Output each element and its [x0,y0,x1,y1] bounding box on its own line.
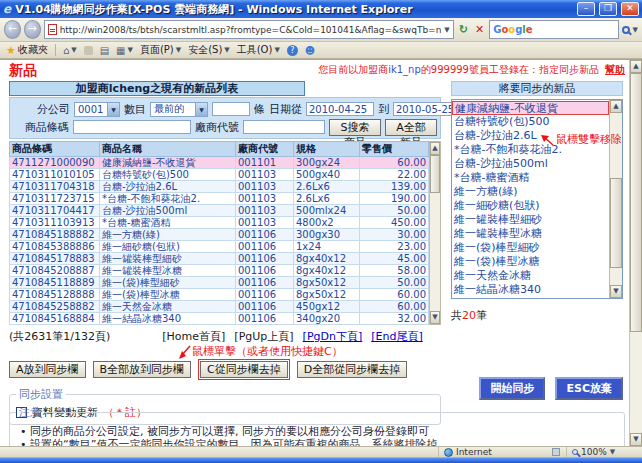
table-row[interactable]: 4710311103913 *台糖-糖蜜酒精 001103 4800x2 450… [10,217,429,229]
table-scroll-up-icon[interactable]: ▲ [430,142,440,155]
table-row[interactable]: 4711271000090 健康減納鹽-不收退貨 001101 300gx24 … [10,157,429,169]
zoom-control[interactable]: 100% ▼ [566,447,638,457]
sync-queue-item[interactable]: *台糖-糖蜜酒精 [452,171,609,185]
sync-queue-item[interactable]: 維一細砂糖(包狀) [452,199,609,213]
star-icon: ★ [6,44,16,57]
table-row[interactable]: 4710845388886 維一細砂糖(包狀) 001106 1x24 23.0… [10,241,429,253]
cell-price: 450.00 [360,217,429,229]
pgup-link[interactable]: [PgUp上頁] [234,329,293,344]
table-row[interactable]: 4710311704417 台糖-沙拉油500ml 001103 500mlx2… [10,205,429,217]
title-bar: e V1.04購物網同步作業[X-POS 雲端商務網] - Windows In… [0,0,642,18]
branch-select[interactable]: 0001 ▼ [74,102,120,117]
print-button[interactable]: ▦ ▼ [116,45,133,56]
help-link[interactable]: 幫助 [605,64,625,75]
sync-queue-item[interactable]: 維一(袋)棒型細砂 [452,241,609,255]
sync-count: 共20筆 [451,308,623,323]
search-products-button[interactable]: S搜索商品 [329,119,381,136]
sync-queue-item[interactable]: 維一天然金冰糖 [452,269,609,283]
zoom-caret-icon[interactable]: ▼ [610,448,615,456]
end-page-link[interactable]: [End尾頁] [371,329,423,344]
count-select[interactable]: 最前的 ▼ [150,102,208,117]
sync-queue-item[interactable]: 維一罐裝棒型細砂 [452,213,609,227]
cell-price: 139.00 [360,181,429,193]
sync-queue-item[interactable]: 台糖-沙拉油500ml [452,157,609,171]
esc-cancel-button[interactable]: ESC放棄 [555,377,623,400]
table-row[interactable]: 4710311704318 台糖-沙拉油2.6L 001103 2.6Lx6 1… [10,181,429,193]
table-row[interactable]: 4710845118889 維一(袋)棒型細砂 001106 8gx50x12 … [10,277,429,289]
home-button[interactable]: ⌂ ▼ [63,45,77,56]
page-scrollbar[interactable]: ▲ ▼ [629,60,642,446]
col-barcode: 商品條碼 [10,142,100,157]
table-scrollbar[interactable]: ▲ ▼ [429,141,441,325]
vendor-input[interactable] [243,120,325,134]
feed-icon[interactable] [84,46,93,55]
table-row[interactable]: 4710845188882 維一方糖(綠) 001106 300gx30 30.… [10,229,429,241]
sync-queue-item[interactable]: 維一罐裝棒型冰糖 [452,227,609,241]
address-bar-row: ← → http://win2008/ts/btsh/scarstmltl.as… [0,18,642,42]
help-menu-icon[interactable]: ? [287,45,298,56]
cell-name: 維一罐裝棒型細砂 [100,253,236,265]
login-user: ik1_np [388,64,421,75]
sync-queue-listbox[interactable]: 健康減納鹽-不收退貨 台糖特號砂(包)500 台糖-沙拉油2.6L *台糖-不飽… [451,99,623,299]
all-new-products-button[interactable]: A全部新品 [385,119,437,136]
table-row[interactable]: 4710311010105 台糖特號砂(包)500 001103 500gx40… [10,169,429,181]
table-row[interactable]: 4710845258882 維一天然金冰糖 001106 450gx12 60.… [10,301,429,313]
forward-button[interactable]: → [24,20,41,39]
sync-queue-item[interactable]: 維一(袋)棒型冰糖 [452,255,609,269]
maximize-button[interactable]: ❐ [599,2,617,16]
listbox-scroll-up-icon[interactable]: ▲ [610,100,622,113]
close-button[interactable]: ✕ [621,2,639,16]
security-zone: Internet [438,447,546,457]
refresh-button[interactable]: ↻ [457,23,470,36]
listbox-scroll-thumb[interactable] [610,178,622,267]
sync-button[interactable]: B全部放到同步欄 [93,361,192,378]
sync-queue-item[interactable]: 健康減納鹽-不收退貨 [452,101,609,115]
read-mail-icon[interactable]: ▤ [100,45,109,56]
date-from-input[interactable] [306,102,374,116]
table-row[interactable]: 4710845168884 維一結晶冰糖340 001106 340gx20 3… [10,313,429,325]
address-dropdown-icon[interactable]: ▼ [444,26,449,34]
page-scroll-thumb[interactable] [630,73,642,332]
address-box[interactable]: http://win2008/ts/btsh/scarstmltl.asp?fr… [44,20,454,39]
table-scroll-thumb[interactable] [430,155,440,193]
table-row[interactable]: 4710845128888 維一(袋)棒型冰糖 001106 8gx50x12 … [10,289,429,301]
sync-queue-item[interactable]: 維一方糖(綠) [452,185,609,199]
search-dropdown-icon[interactable]: ▼ [633,26,638,34]
search-icon[interactable] [622,26,629,34]
favorites-button[interactable]: ★ 收藏夾 [6,43,48,57]
notice-list: 同步的商品分公司設定, 被同步方可以選擇, 同步方的要以相應分公司身份登錄即可 … [16,425,618,446]
back-button[interactable]: ← [4,20,21,39]
table-row[interactable]: 4710845208887 維一罐裝棒型冰糖 001106 8gx40x12 5… [10,265,429,277]
tools-menu[interactable]: 工具(O) ▼ [237,43,280,57]
page-scroll-up-icon[interactable]: ▲ [630,60,642,73]
sync-button[interactable]: A放到同步欄 [9,361,86,378]
table-row[interactable]: 4710845178883 維一罐裝棒型細砂 001106 8gx40x12 4… [10,253,429,265]
sync-button-wrap: D全部從同步欄去掉 [297,361,407,378]
table-scroll-down-icon[interactable]: ▼ [430,311,440,324]
start-sync-button[interactable]: 開始同步 [479,377,545,400]
cell-price: 60.00 [360,157,429,169]
page-scroll-down-icon[interactable]: ▼ [630,433,642,446]
minimize-button[interactable]: – [577,2,595,16]
sync-button[interactable]: C從同步欄去掉 [200,361,288,378]
search-box[interactable]: Google [489,20,619,39]
count-input[interactable] [212,102,250,116]
table-row[interactable]: 4710311723715 *台糖-不飽和葵花油2. 001103 2.6Lx6… [10,193,429,205]
messenger-icon[interactable]: ☻ [305,45,315,56]
stop-button[interactable]: ✕ [473,23,486,36]
listbox-scroll-down-icon[interactable]: ▼ [610,285,622,298]
page-menu[interactable]: 頁面(P) ▼ [140,43,181,57]
branch-select-arrow-icon: ▼ [107,103,119,116]
safety-menu[interactable]: 安全(S) ▼ [188,43,230,57]
sync-button[interactable]: D全部從同步欄去掉 [297,361,407,378]
url-text[interactable]: http://win2008/ts/btsh/scarstmltl.asp?fr… [60,25,442,35]
listbox-scrollbar[interactable]: ▲ ▼ [609,100,622,298]
cell-vendor: 001106 [236,241,294,253]
cell-barcode: 4710845118889 [10,277,100,289]
sync-queue-item[interactable]: 台糖特號砂(包)500 [452,115,609,129]
barcode-input[interactable] [73,120,191,134]
pgdn-link[interactable]: [PgDn下頁] [303,329,363,344]
home-page-link[interactable]: [Home首頁] [162,329,225,344]
sync-queue-item[interactable]: 維一結晶冰糖340 [452,283,609,297]
browser-window: e V1.04購物網同步作業[X-POS 雲端商務網] - Windows In… [0,0,642,463]
